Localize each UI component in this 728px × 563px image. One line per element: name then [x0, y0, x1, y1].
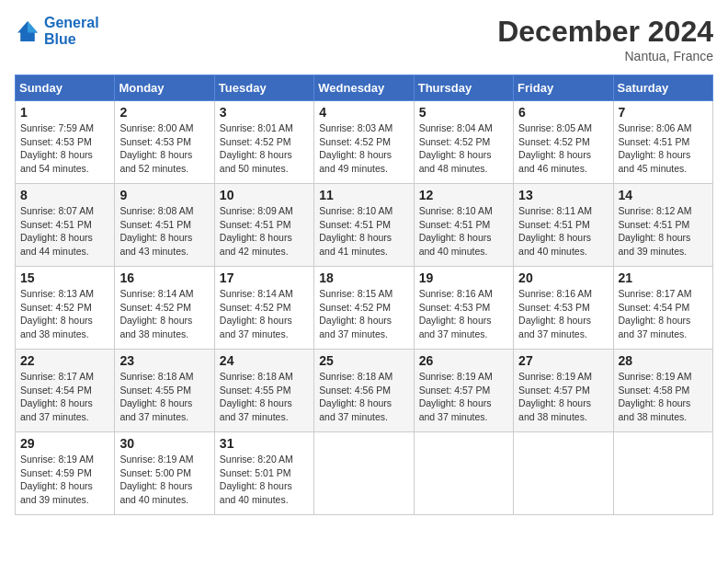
calendar-day-cell: 11 Sunrise: 8:10 AM Sunset: 4:51 PM Dayl… [314, 184, 414, 267]
day-info: Sunrise: 8:14 AM Sunset: 4:52 PM Dayligh… [119, 287, 209, 341]
day-info: Sunrise: 8:20 AM Sunset: 5:01 PM Dayligh… [220, 453, 309, 507]
calendar-day-cell: 21 Sunrise: 8:17 AM Sunset: 4:54 PM Dayl… [613, 267, 712, 350]
calendar-day-cell [514, 432, 613, 515]
day-number: 18 [319, 270, 408, 285]
day-number: 9 [119, 188, 209, 202]
calendar-week-row: 8 Sunrise: 8:07 AM Sunset: 4:51 PM Dayli… [16, 184, 713, 267]
day-number: 5 [419, 105, 508, 120]
day-info: Sunrise: 8:18 AM Sunset: 4:55 PM Dayligh… [220, 370, 309, 424]
calendar-day-cell: 27 Sunrise: 8:19 AM Sunset: 4:57 PM Dayl… [514, 350, 613, 432]
day-info: Sunrise: 8:19 AM Sunset: 5:00 PM Dayligh… [119, 453, 209, 507]
day-info: Sunrise: 8:14 AM Sunset: 4:52 PM Dayligh… [220, 287, 309, 341]
day-info: Sunrise: 8:01 AM Sunset: 4:52 PM Dayligh… [220, 121, 309, 176]
calendar-day-cell: 16 Sunrise: 8:14 AM Sunset: 4:52 PM Dayl… [115, 267, 214, 350]
day-info: Sunrise: 8:06 AM Sunset: 4:51 PM Dayligh… [619, 121, 708, 176]
logo-text: General Blue [44, 15, 99, 48]
day-info: Sunrise: 8:17 AM Sunset: 4:54 PM Dayligh… [20, 370, 109, 424]
calendar-day-cell: 28 Sunrise: 8:19 AM Sunset: 4:58 PM Dayl… [613, 350, 712, 432]
day-number: 7 [619, 105, 708, 120]
day-number: 19 [419, 270, 508, 285]
day-number: 6 [518, 105, 608, 120]
day-number: 30 [119, 436, 209, 451]
calendar-day-cell: 1 Sunrise: 7:59 AM Sunset: 4:53 PM Dayli… [16, 101, 115, 184]
calendar-table: SundayMondayTuesdayWednesdayThursdayFrid… [15, 75, 713, 515]
calendar-day-cell: 24 Sunrise: 8:18 AM Sunset: 4:55 PM Dayl… [214, 350, 313, 432]
day-number: 26 [419, 353, 508, 368]
location: Nantua, France [497, 49, 713, 63]
calendar-day-cell: 17 Sunrise: 8:14 AM Sunset: 4:52 PM Dayl… [214, 267, 313, 350]
page-header: General Blue December 2024 Nantua, Franc… [15, 15, 713, 63]
calendar-day-cell: 29 Sunrise: 8:19 AM Sunset: 4:59 PM Dayl… [16, 432, 115, 515]
day-number: 14 [619, 188, 708, 202]
calendar-day-cell: 20 Sunrise: 8:16 AM Sunset: 4:53 PM Dayl… [514, 267, 613, 350]
day-number: 15 [20, 270, 109, 285]
day-info: Sunrise: 8:13 AM Sunset: 4:52 PM Dayligh… [20, 287, 109, 341]
day-number: 13 [518, 188, 608, 202]
calendar-day-cell: 6 Sunrise: 8:05 AM Sunset: 4:52 PM Dayli… [514, 101, 613, 184]
calendar-day-cell: 26 Sunrise: 8:19 AM Sunset: 4:57 PM Dayl… [414, 350, 513, 432]
day-info: Sunrise: 8:08 AM Sunset: 4:51 PM Dayligh… [119, 204, 209, 259]
day-info: Sunrise: 8:07 AM Sunset: 4:51 PM Dayligh… [20, 204, 109, 259]
day-of-week-header: Monday [115, 75, 214, 101]
calendar-day-cell [414, 432, 513, 515]
day-number: 10 [220, 188, 309, 202]
calendar-week-row: 29 Sunrise: 8:19 AM Sunset: 4:59 PM Dayl… [16, 432, 713, 515]
day-number: 17 [220, 270, 309, 285]
day-number: 8 [20, 188, 109, 202]
calendar-day-cell: 22 Sunrise: 8:17 AM Sunset: 4:54 PM Dayl… [16, 350, 115, 432]
day-number: 27 [518, 353, 608, 368]
calendar-day-cell: 12 Sunrise: 8:10 AM Sunset: 4:51 PM Dayl… [414, 184, 513, 267]
calendar-day-cell: 4 Sunrise: 8:03 AM Sunset: 4:52 PM Dayli… [314, 101, 414, 184]
calendar-day-cell: 5 Sunrise: 8:04 AM Sunset: 4:52 PM Dayli… [414, 101, 513, 184]
calendar-day-cell: 9 Sunrise: 8:08 AM Sunset: 4:51 PM Dayli… [115, 184, 214, 267]
calendar-day-cell: 10 Sunrise: 8:09 AM Sunset: 4:51 PM Dayl… [214, 184, 313, 267]
day-of-week-header: Sunday [16, 75, 115, 101]
calendar-day-cell: 8 Sunrise: 8:07 AM Sunset: 4:51 PM Dayli… [16, 184, 115, 267]
logo-icon [15, 18, 40, 44]
day-number: 24 [220, 353, 309, 368]
day-number: 3 [220, 105, 309, 120]
day-info: Sunrise: 8:10 AM Sunset: 4:51 PM Dayligh… [419, 204, 508, 259]
day-info: Sunrise: 8:19 AM Sunset: 4:59 PM Dayligh… [20, 453, 109, 507]
day-info: Sunrise: 8:19 AM Sunset: 4:57 PM Dayligh… [518, 370, 608, 424]
calendar-header-row: SundayMondayTuesdayWednesdayThursdayFrid… [16, 75, 713, 101]
day-info: Sunrise: 8:04 AM Sunset: 4:52 PM Dayligh… [419, 121, 508, 176]
day-of-week-header: Friday [514, 75, 613, 101]
day-number: 11 [319, 188, 408, 202]
calendar-day-cell: 3 Sunrise: 8:01 AM Sunset: 4:52 PM Dayli… [214, 101, 313, 184]
calendar-day-cell: 14 Sunrise: 8:12 AM Sunset: 4:51 PM Dayl… [613, 184, 712, 267]
day-info: Sunrise: 8:09 AM Sunset: 4:51 PM Dayligh… [220, 204, 309, 259]
day-number: 22 [20, 353, 109, 368]
calendar-day-cell: 23 Sunrise: 8:18 AM Sunset: 4:55 PM Dayl… [115, 350, 214, 432]
logo: General Blue [15, 15, 99, 48]
calendar-day-cell: 25 Sunrise: 8:18 AM Sunset: 4:56 PM Dayl… [314, 350, 414, 432]
calendar-week-row: 15 Sunrise: 8:13 AM Sunset: 4:52 PM Dayl… [16, 267, 713, 350]
day-info: Sunrise: 8:12 AM Sunset: 4:51 PM Dayligh… [619, 204, 708, 259]
svg-marker-1 [28, 21, 38, 32]
day-number: 16 [119, 270, 209, 285]
day-number: 4 [319, 105, 408, 120]
day-number: 2 [119, 105, 209, 120]
day-number: 21 [619, 270, 708, 285]
day-number: 23 [119, 353, 209, 368]
day-info: Sunrise: 8:17 AM Sunset: 4:54 PM Dayligh… [619, 287, 708, 341]
day-info: Sunrise: 8:19 AM Sunset: 4:58 PM Dayligh… [619, 370, 708, 424]
calendar-day-cell: 7 Sunrise: 8:06 AM Sunset: 4:51 PM Dayli… [613, 101, 712, 184]
calendar-day-cell: 13 Sunrise: 8:11 AM Sunset: 4:51 PM Dayl… [514, 184, 613, 267]
day-number: 1 [20, 105, 109, 120]
day-of-week-header: Saturday [613, 75, 712, 101]
month-title: December 2024 [497, 15, 713, 49]
day-info: Sunrise: 8:03 AM Sunset: 4:52 PM Dayligh… [319, 121, 408, 176]
day-number: 29 [20, 436, 109, 451]
calendar-day-cell: 19 Sunrise: 8:16 AM Sunset: 4:53 PM Dayl… [414, 267, 513, 350]
day-info: Sunrise: 8:18 AM Sunset: 4:56 PM Dayligh… [319, 370, 408, 424]
calendar-day-cell: 2 Sunrise: 8:00 AM Sunset: 4:53 PM Dayli… [115, 101, 214, 184]
day-info: Sunrise: 8:18 AM Sunset: 4:55 PM Dayligh… [119, 370, 209, 424]
day-number: 31 [220, 436, 309, 451]
day-number: 25 [319, 353, 408, 368]
day-info: Sunrise: 8:11 AM Sunset: 4:51 PM Dayligh… [518, 204, 608, 259]
day-info: Sunrise: 8:05 AM Sunset: 4:52 PM Dayligh… [518, 121, 608, 176]
calendar-day-cell [613, 432, 712, 515]
calendar-day-cell: 15 Sunrise: 8:13 AM Sunset: 4:52 PM Dayl… [16, 267, 115, 350]
day-info: Sunrise: 8:00 AM Sunset: 4:53 PM Dayligh… [119, 121, 209, 176]
